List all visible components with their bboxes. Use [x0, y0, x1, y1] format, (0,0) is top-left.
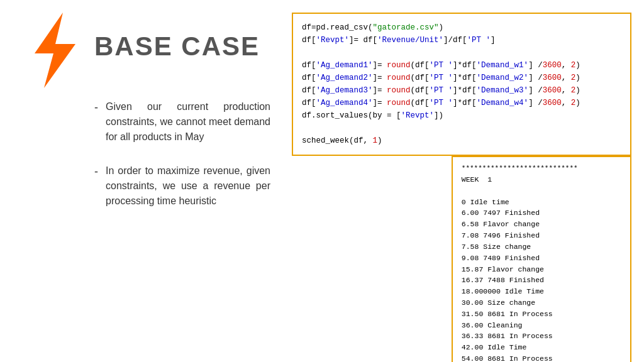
bullet-text-1: Given our current production constraints…: [106, 99, 270, 145]
output-line-7: 9.08 7489 Finished: [462, 253, 621, 264]
output-line-5: 7.08 7496 Finished: [462, 230, 621, 241]
code-line-10: sched_week(df, 1): [302, 134, 621, 147]
output-line-14: 36.33 8681 In Process: [462, 331, 621, 342]
page-title: BASE CASE: [94, 31, 270, 62]
output-box: **************************** WEEK 1 0 Id…: [452, 156, 631, 362]
code-line-7: df['Ag_demand4']= round(df['PT ']*df['De…: [302, 97, 621, 109]
code-line-4: df['Ag_demand1']= round(df['PT ']*df['De…: [302, 59, 621, 72]
output-line-9: 16.37 7488 Finished: [462, 275, 621, 286]
output-blank: [462, 185, 621, 197]
output-line-12: 31.50 8681 In Process: [462, 309, 621, 320]
bullet-item-1: - Given our current production constrain…: [94, 99, 270, 145]
output-line-4: 6.58 Flavor change: [462, 219, 621, 230]
code-line-6: df['Ag_demand3']= round(df['PT ']*df['De…: [302, 84, 621, 97]
code-line-blank2: [302, 122, 621, 134]
right-panel: df=pd.read_csv("gatorade.csv") df['Revpt…: [292, 13, 631, 362]
bullet-dash-1: -: [94, 99, 98, 116]
output-week: WEEK 1: [462, 174, 621, 185]
code-line-5: df['Ag_demand2']= round(df['PT ']*df['De…: [302, 72, 621, 84]
output-line-8: 15.87 Flavor change: [462, 264, 621, 275]
code-line-2: df['Revpt']= df['Revenue/Unit']/df['PT '…: [302, 34, 621, 47]
code-line-blank1: [302, 47, 621, 59]
bullet-dash-2: -: [94, 163, 98, 180]
output-line-3: 6.00 7497 Finished: [462, 207, 621, 219]
output-header: ****************************: [462, 163, 621, 174]
output-line-2: 0 Idle time: [462, 197, 621, 208]
code-line-1: df=pd.read_csv("gatorade.csv"): [302, 21, 621, 34]
bullet-points: - Given our current production constrain…: [94, 99, 270, 209]
output-line-6: 7.58 Size change: [462, 241, 621, 253]
bullet-text-2: In order to maximize revenue, given cons…: [106, 163, 270, 209]
output-line-15: 42.00 Idle Time: [462, 342, 621, 353]
code-box: df=pd.read_csv("gatorade.csv") df['Revpt…: [292, 13, 631, 156]
output-line-13: 36.00 Cleaning: [462, 320, 621, 331]
output-line-10: 18.000000 Idle Time: [462, 286, 621, 297]
output-line-16: 54.00 8681 In Process: [462, 353, 621, 362]
code-line-8: df.sort_values(by = ['Revpt']): [302, 109, 621, 122]
bullet-item-2: - In order to maximize revenue, given co…: [94, 163, 270, 209]
output-line-11: 30.00 Size change: [462, 297, 621, 309]
